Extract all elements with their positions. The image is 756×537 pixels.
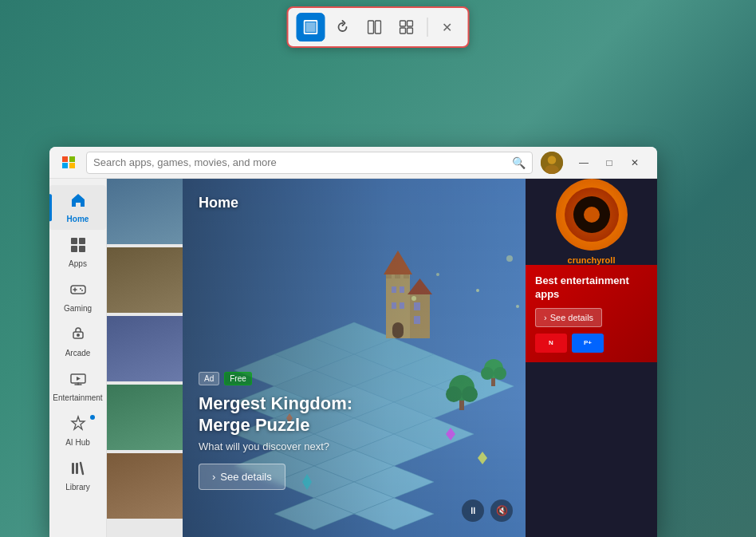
snap-rotate-button[interactable] [329, 13, 357, 41]
svg-point-21 [77, 334, 80, 337]
hero-title-line2: Merge Puzzle [199, 415, 309, 435]
crunchyroll-section: crunchyroll [526, 179, 657, 265]
hero-mute-button[interactable]: 🔇 [490, 499, 513, 522]
sidebar-label-home: Home [67, 215, 89, 223]
free-tag: Free [224, 372, 252, 385]
hero-cta-label: See details [220, 471, 271, 483]
svg-point-19 [81, 290, 83, 291]
ms-logo-blue [62, 163, 68, 168]
gaming-icon [69, 281, 87, 302]
user-avatar[interactable] [541, 152, 563, 174]
left-panel [107, 179, 183, 537]
snap-full-button[interactable] [297, 13, 325, 41]
left-panel-item-1[interactable] [107, 179, 183, 244]
window-controls: — □ ✕ [571, 152, 648, 174]
main-content: Home Ad Free Mergest Kingdom: Merge Puzz… [107, 179, 657, 537]
svg-rect-14 [79, 246, 85, 252]
see-details-arrow: › [544, 313, 547, 322]
crunchyroll-dot [584, 207, 600, 223]
svg-rect-26 [72, 463, 74, 474]
content-panels: Home Ad Free Mergest Kingdom: Merge Puzz… [107, 179, 657, 537]
maximize-button[interactable]: □ [597, 152, 622, 174]
streaming-logos: N P+ [535, 334, 648, 353]
title-bar: 🔍 — □ ✕ [49, 147, 657, 179]
minimize-button[interactable]: — [571, 152, 597, 174]
entertainment-icon [69, 370, 87, 392]
sidebar-item-library[interactable]: Library [49, 453, 106, 498]
svg-rect-2 [368, 21, 374, 34]
hero-tags: Ad Free [199, 372, 352, 385]
window-body: Home Apps [49, 179, 657, 537]
right-panel: crunchyroll Best entertainment apps › Se… [526, 179, 657, 537]
sidebar: Home Apps [49, 179, 107, 537]
svg-rect-7 [408, 28, 413, 34]
crunchyroll-inner-logo [565, 188, 619, 242]
sidebar-label-aihub: AI Hub [65, 438, 90, 447]
svg-rect-13 [71, 246, 77, 252]
arcade-icon [69, 326, 87, 347]
see-details-label: See details [550, 313, 593, 322]
svg-marker-25 [77, 377, 81, 381]
search-bar[interactable]: 🔍 [86, 152, 533, 174]
snap-half-button[interactable] [360, 13, 389, 41]
ms-logo-green [69, 156, 75, 162]
sidebar-label-apps: Apps [69, 259, 87, 268]
ms-logo-yellow [69, 163, 75, 168]
sidebar-item-aihub[interactable]: AI Hub [49, 409, 106, 453]
sidebar-item-entertainment[interactable]: Entertainment [49, 364, 106, 409]
svg-rect-6 [400, 28, 406, 34]
search-button[interactable]: 🔍 [512, 156, 526, 169]
hero-pause-button[interactable]: ⏸ [462, 499, 484, 522]
ms-store-logo [59, 153, 78, 172]
svg-point-9 [548, 156, 557, 164]
sidebar-label-arcade: Arcade [65, 349, 91, 357]
entertainment-section: Best entertainment apps › See details N … [526, 265, 657, 362]
apps-icon [69, 236, 87, 258]
hero-title: Mergest Kingdom: Merge Puzzle [199, 393, 352, 436]
snap-quarter-button[interactable] [392, 13, 421, 41]
search-input[interactable] [93, 156, 507, 168]
ms-logo-red [62, 156, 68, 162]
svg-rect-1 [306, 22, 316, 32]
sidebar-label-gaming: Gaming [64, 304, 92, 313]
entertainment-label: Best entertainment apps [535, 274, 648, 302]
hero-subtitle: What will you discover next? [199, 440, 352, 452]
sidebar-item-gaming[interactable]: Gaming [49, 274, 106, 319]
crunchyroll-logo [556, 179, 628, 251]
svg-rect-5 [408, 21, 413, 26]
crunchyroll-label: crunchyroll [568, 255, 616, 265]
hero-banner: Home Ad Free Mergest Kingdom: Merge Puzz… [183, 179, 526, 537]
home-icon [69, 192, 87, 213]
sidebar-item-arcade[interactable]: Arcade [49, 319, 106, 364]
left-panel-item-5[interactable] [107, 453, 183, 519]
library-icon [69, 460, 87, 481]
aihub-icon [69, 415, 87, 436]
left-panel-item-2[interactable] [107, 247, 183, 313]
aihub-notification-dot [90, 415, 95, 420]
svg-rect-11 [71, 238, 77, 244]
toolbar-divider [427, 18, 428, 37]
hero-cta-arrow: › [212, 471, 215, 483]
hero-controls: ⏸ 🔇 [462, 499, 513, 522]
ad-tag: Ad [199, 372, 219, 385]
snap-close-button[interactable]: ✕ [435, 14, 460, 40]
svg-rect-12 [79, 238, 85, 244]
hero-see-details-button[interactable]: › See details [199, 464, 285, 490]
sidebar-label-library: Library [65, 483, 90, 492]
left-panel-item-3[interactable] [107, 316, 183, 381]
sidebar-item-home[interactable]: Home [49, 185, 106, 230]
netflix-logo: N [535, 334, 567, 353]
hero-content: Ad Free Mergest Kingdom: Merge Puzzle Wh… [199, 372, 352, 490]
svg-point-18 [80, 288, 81, 290]
svg-rect-27 [76, 463, 78, 474]
hero-title-line1: Mergest Kingdom: [199, 393, 352, 413]
hero-section-title: Home [199, 195, 238, 211]
sidebar-label-entertainment: Entertainment [53, 393, 102, 402]
sidebar-item-apps[interactable]: Apps [49, 230, 106, 274]
crunchyroll-core [573, 196, 610, 233]
snap-toolbar: ✕ [287, 6, 470, 48]
left-panel-item-4[interactable] [107, 385, 183, 450]
svg-rect-3 [376, 21, 381, 34]
entertainment-see-details-button[interactable]: › See details [535, 308, 602, 327]
close-button[interactable]: ✕ [622, 152, 648, 174]
